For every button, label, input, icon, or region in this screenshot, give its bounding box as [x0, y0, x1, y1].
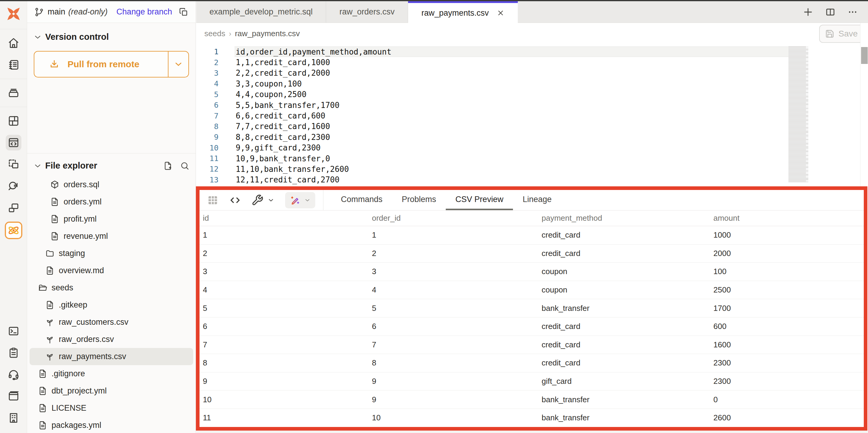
clipboard-icon[interactable] — [6, 345, 22, 360]
pull-from-remote-button[interactable]: Pull from remote — [34, 51, 189, 78]
file-item[interactable]: .gitignore — [30, 365, 193, 382]
chevron-down-icon[interactable] — [33, 161, 42, 170]
organization-icon[interactable] — [6, 410, 22, 426]
seed-file-item[interactable]: raw_orders.csv — [30, 331, 193, 348]
browser-icon[interactable] — [6, 388, 22, 404]
tab-raw-payments[interactable]: raw_payments.csv — [408, 1, 518, 23]
magic-fix-button[interactable] — [285, 192, 315, 208]
file-item[interactable]: revenue.yml — [30, 228, 193, 245]
version-control-section: Version control Pull from remote — [27, 23, 195, 153]
column-header[interactable]: payment_method — [538, 213, 710, 223]
close-icon[interactable] — [497, 9, 504, 17]
code-line: 32,2,credit_card,2000 — [196, 68, 868, 78]
column-header[interactable]: amount — [710, 213, 864, 223]
csv-preview-table: id order_id payment_method amount 11cred… — [199, 210, 864, 427]
file-item[interactable]: overview.md — [30, 262, 193, 279]
windows-icon[interactable] — [6, 200, 22, 215]
chevron-down-icon[interactable] — [267, 196, 275, 204]
search-insights-icon[interactable] — [6, 178, 22, 194]
tab-problems[interactable]: Problems — [392, 190, 446, 210]
change-branch-link[interactable]: Change branch — [116, 7, 172, 17]
bottom-panel-toolbar: Commands Problems CSV Preview Lineage — [199, 190, 864, 210]
table-grid-icon[interactable] — [207, 194, 219, 206]
breadcrumb: seeds › raw_payments.csv — [204, 29, 300, 38]
copy-icon[interactable] — [179, 7, 188, 17]
save-icon — [825, 29, 834, 38]
breadcrumb-folder[interactable]: seeds — [204, 29, 225, 38]
seed-file-item-selected[interactable]: raw_payments.csv — [30, 348, 193, 365]
select-area-icon[interactable] — [6, 156, 22, 172]
chevron-down-icon — [304, 197, 311, 204]
split-editor-icon[interactable] — [825, 7, 835, 17]
chevron-down-icon[interactable] — [33, 33, 42, 41]
home-icon[interactable] — [6, 35, 22, 51]
seed-icon — [45, 352, 55, 361]
chevron-down-icon — [173, 59, 184, 70]
file-icon — [38, 403, 47, 413]
column-header[interactable]: id — [199, 213, 369, 223]
tab-csv-preview[interactable]: CSV Preview — [446, 190, 513, 210]
folder-item[interactable]: seeds — [30, 279, 193, 296]
table-row: 77credit_card1600 — [199, 336, 864, 354]
terminal-icon[interactable] — [6, 323, 22, 339]
tab-raw-orders[interactable]: raw_orders.csv — [326, 1, 408, 23]
code-line: 21,1,credit_card,1000 — [196, 57, 868, 67]
seed-icon — [45, 318, 55, 327]
code-editor-icon[interactable] — [6, 135, 22, 150]
new-tab-icon[interactable] — [803, 7, 813, 17]
file-item[interactable]: profit.yml — [30, 210, 193, 228]
code-line: 43,3,coupon,100 — [196, 78, 868, 89]
pull-dropdown-toggle[interactable] — [168, 52, 188, 77]
bottom-panel-annotated: Commands Problems CSV Preview Lineage id… — [196, 186, 867, 431]
rail-divider — [0, 79, 27, 79]
code-lines[interactable]: 1id,order_id,payment_method,amount 21,1,… — [196, 47, 868, 185]
main-area: example_develop_metric.sql raw_orders.cs… — [196, 1, 868, 433]
file-item[interactable]: packages.yml — [30, 417, 193, 433]
breadcrumb-file: raw_payments.csv — [235, 29, 300, 38]
file-icon — [50, 214, 59, 224]
table-row: 66credit_card600 — [199, 318, 864, 336]
code-line: 1211,10,bank_transfer,2600 — [196, 164, 868, 174]
more-options-icon[interactable] — [847, 7, 858, 17]
window-top-edge — [0, 0, 868, 1]
version-control-title: Version control — [45, 32, 109, 42]
code-line: 65,5,bank_transfer,1700 — [196, 100, 868, 110]
editor-scrollbar[interactable] — [860, 23, 868, 186]
file-item[interactable]: .gitkeep — [30, 296, 193, 314]
file-item[interactable]: orders.sql — [30, 176, 193, 193]
notebook-icon[interactable] — [6, 57, 22, 73]
file-item[interactable]: dbt_project.yml — [30, 382, 193, 400]
window-bottom-edge — [196, 431, 868, 433]
file-item[interactable]: orders.yml — [30, 193, 193, 210]
column-header[interactable]: order_id — [369, 213, 538, 223]
atom-extension-icon[interactable] — [5, 222, 22, 239]
code-line: 87,7,credit_card,1600 — [196, 121, 868, 132]
code-editor: seeds › raw_payments.csv Save 1id,order_… — [196, 23, 868, 186]
folder-open-icon — [38, 283, 47, 292]
tab-example-develop-metric[interactable]: example_develop_metric.sql — [196, 1, 326, 23]
magic-fix-icon — [289, 195, 301, 206]
table-row: 55bank_transfer1700 — [199, 299, 864, 318]
scrollbar-thumb[interactable] — [861, 47, 868, 64]
new-file-icon[interactable] — [163, 161, 173, 171]
seed-file-item[interactable]: raw_customers.csv — [30, 314, 193, 331]
file-item[interactable]: LICENSE — [30, 400, 193, 417]
minimap[interactable] — [788, 47, 808, 182]
tab-commands[interactable]: Commands — [331, 190, 392, 210]
tab-lineage[interactable]: Lineage — [513, 190, 561, 210]
file-icon — [50, 197, 59, 206]
rail-divider — [0, 29, 27, 29]
search-icon[interactable] — [180, 161, 190, 171]
layout-grid-icon[interactable] — [6, 113, 22, 129]
file-icon — [38, 369, 47, 378]
wrench-icon[interactable] — [251, 194, 264, 206]
code-brackets-icon[interactable] — [229, 194, 241, 206]
table-row: 33coupon100 — [199, 263, 864, 281]
folder-item[interactable]: staging — [30, 245, 193, 262]
dbt-logo[interactable] — [4, 5, 23, 23]
headset-icon[interactable] — [6, 367, 22, 382]
file-explorer-title: File explorer — [45, 161, 97, 171]
table-row: 1110bank_transfer2600 — [199, 409, 864, 427]
archive-icon[interactable] — [6, 85, 22, 101]
save-button[interactable]: Save — [819, 25, 864, 43]
